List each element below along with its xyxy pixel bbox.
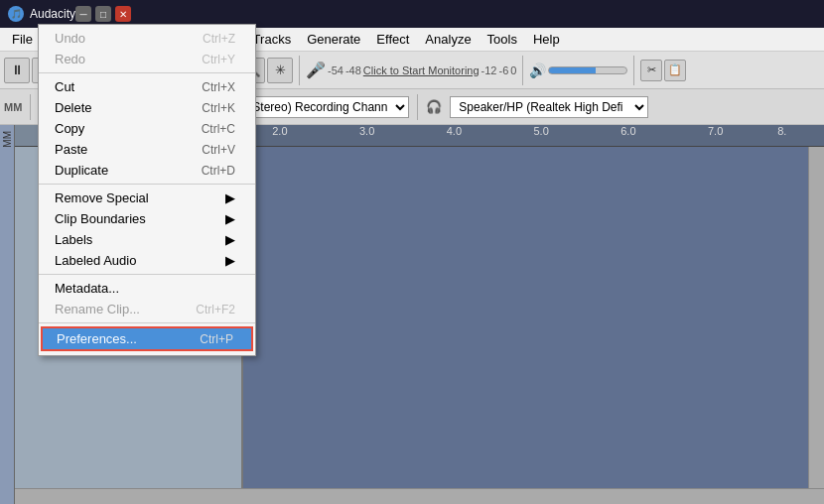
headphones-icon: 🎧: [426, 99, 442, 114]
menu-redo[interactable]: Redo Ctrl+Y: [39, 49, 255, 69]
minimize-button[interactable]: ─: [75, 6, 91, 22]
ruler-mark-6: 6.0: [620, 125, 635, 137]
mm-label: MM: [4, 101, 22, 113]
toolbar-divider-4: [633, 56, 634, 85]
menu-rename-clip[interactable]: Rename Clip... Ctrl+F2: [39, 299, 255, 319]
menu-duplicate[interactable]: Duplicate Ctrl+D: [39, 160, 255, 181]
separator-3: [39, 274, 255, 275]
menu-paste[interactable]: Paste Ctrl+V: [39, 139, 255, 160]
volume-slider[interactable]: [548, 66, 627, 74]
ruler-mark-7: 7.0: [708, 125, 723, 137]
app-icon: 🎵: [8, 6, 24, 22]
right-scrollbar[interactable]: [808, 147, 824, 488]
db-label-54: -54: [328, 64, 343, 76]
menu-clip-boundaries[interactable]: Clip Boundaries ▶: [39, 208, 255, 229]
toolbar2-divider-2: [417, 94, 418, 120]
separator-2: [39, 184, 255, 185]
separator-1: [39, 72, 255, 73]
ruler-mark-3: 3.0: [359, 125, 374, 137]
toolbar-divider-3: [522, 56, 523, 85]
toolbar2-divider-1: [30, 94, 31, 120]
app-container: 🎵 Audacity ─ □ ✕ File Edit Select View T…: [0, 0, 824, 504]
menu-undo[interactable]: Undo Ctrl+Z: [39, 28, 255, 49]
menu-metadata[interactable]: Metadata...: [39, 278, 255, 299]
menu-delete[interactable]: Delete Ctrl+K: [39, 97, 255, 118]
submenu-arrow-labels: ▶: [225, 232, 235, 247]
waveform-area[interactable]: [243, 147, 808, 488]
submenu-arrow-remove-special: ▶: [225, 190, 235, 205]
left-panel: MM: [0, 125, 15, 504]
menu-analyze[interactable]: Analyze: [417, 28, 479, 51]
separator-4: [39, 322, 255, 323]
submenu-arrow-clip-boundaries: ▶: [225, 211, 235, 226]
db-label-12: -12: [481, 64, 497, 76]
db-label-0: 0: [510, 64, 516, 76]
window-controls: ─ □ ✕: [75, 6, 131, 22]
edit-dropdown-menu: Undo Ctrl+Z Redo Ctrl+Y Cut Ctrl+X Delet…: [38, 24, 256, 356]
cut-btn[interactable]: ✂: [640, 60, 662, 81]
output-device-select[interactable]: Speaker/HP (Realtek High Defi: [450, 96, 648, 118]
ruler-mark-2: 2.0: [272, 125, 287, 137]
menu-generate[interactable]: Generate: [299, 28, 368, 51]
menu-preferences[interactable]: Preferences... Ctrl+P: [41, 326, 253, 351]
ruler-mark-5: 5.0: [534, 125, 549, 137]
time-shift-tool[interactable]: ✳: [267, 58, 293, 83]
menu-labeled-audio[interactable]: Labeled Audio ▶: [39, 250, 255, 271]
menu-effect[interactable]: Effect: [368, 28, 417, 51]
menu-copy[interactable]: Copy Ctrl+C: [39, 118, 255, 139]
mic-icon: 🎤: [306, 61, 326, 79]
app-title: Audacity: [30, 7, 75, 21]
menu-cut[interactable]: Cut Ctrl+X: [39, 76, 255, 97]
db-label-48: -48: [345, 64, 361, 76]
monitor-text[interactable]: Click to Start Monitoring: [363, 64, 480, 76]
left-mm-label: MM: [0, 129, 15, 150]
ruler-ticks: 2.0 3.0 4.0 5.0 6.0 7.0 8.: [243, 125, 824, 146]
close-button[interactable]: ✕: [115, 6, 131, 22]
pause-button[interactable]: ⏸: [4, 58, 30, 83]
menu-labels[interactable]: Labels ▶: [39, 229, 255, 250]
submenu-arrow-labeled-audio: ▶: [225, 253, 235, 268]
horizontal-scrollbar[interactable]: [15, 488, 824, 504]
toolbar-divider-2: [299, 56, 300, 85]
paste-btn[interactable]: 📋: [664, 60, 686, 81]
maximize-button[interactable]: □: [95, 6, 111, 22]
ruler-mark-4: 4.0: [447, 125, 462, 137]
menu-file[interactable]: File: [4, 28, 41, 51]
menu-remove-special[interactable]: Remove Special ▶: [39, 188, 255, 208]
menu-help[interactable]: Help: [525, 28, 568, 51]
menu-tools[interactable]: Tools: [480, 28, 525, 51]
ruler-mark-8: 8.: [777, 125, 786, 137]
db-label-6: -6: [498, 64, 508, 76]
channel-select[interactable]: 2 (Stereo) Recording Chann: [229, 96, 409, 118]
speaker-icon: 🔊: [529, 63, 546, 78]
